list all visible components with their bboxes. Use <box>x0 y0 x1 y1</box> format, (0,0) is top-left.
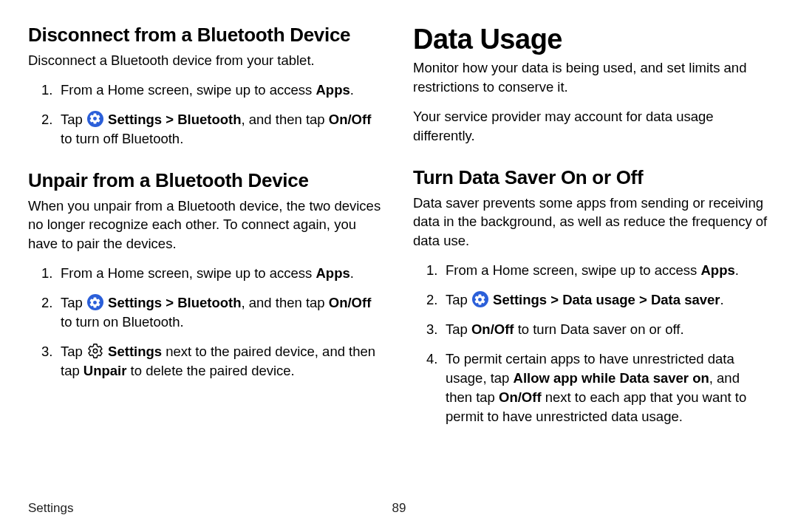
step: 3. Tap On/Off to turn Data saver on or o… <box>413 320 770 339</box>
step-number: 1. <box>41 81 61 100</box>
step-text: Tap On/Off to turn Data saver on or off. <box>446 320 770 339</box>
step-number: 2. <box>41 110 61 149</box>
step: 2. Tap Settings > Bluetooth, and then ta… <box>28 110 385 149</box>
step: 4. To permit certain apps to have unrest… <box>413 349 770 426</box>
intro-data-saver: Data saver prevents some apps from sendi… <box>413 194 770 251</box>
step-text: Tap Settings > Data usage > Data saver. <box>446 290 770 310</box>
step-text: Tap Settings > Bluetooth, and then tap O… <box>61 293 385 332</box>
footer-section-label: Settings <box>28 501 73 516</box>
settings-gear-icon <box>87 294 103 310</box>
intro-data-usage-1: Monitor how your data is being used, and… <box>413 58 770 97</box>
step-text: Tap Settings > Bluetooth, and then tap O… <box>61 110 385 149</box>
step: 3. Tap Settings next to the paired devic… <box>28 342 385 381</box>
step-number: 2. <box>426 290 446 310</box>
heading-data-saver: Turn Data Saver On or Off <box>413 166 770 189</box>
step: 1. From a Home screen, swipe up to acces… <box>413 261 770 280</box>
step: 2. Tap Settings > Bluetooth, and then ta… <box>28 293 385 332</box>
settings-gear-outline-icon <box>87 343 103 359</box>
page-number: 89 <box>392 501 406 516</box>
heading-data-usage: Data Usage <box>413 24 770 55</box>
settings-gear-icon <box>87 111 103 127</box>
step: 1. From a Home screen, swipe up to acces… <box>28 264 385 283</box>
intro-unpair: When you unpair from a Bluetooth device,… <box>28 197 385 254</box>
step-text: From a Home screen, swipe up to access A… <box>61 264 385 283</box>
step-number: 3. <box>41 342 61 381</box>
page-columns: Disconnect from a Bluetooth Device Disco… <box>28 24 770 436</box>
step-text: To permit certain apps to have unrestric… <box>446 349 770 426</box>
heading-disconnect: Disconnect from a Bluetooth Device <box>28 24 385 47</box>
intro-data-usage-2: Your service provider may account for da… <box>413 107 770 146</box>
step: 2. Tap Settings > Data usage > Data save… <box>413 290 770 310</box>
step-number: 1. <box>426 261 446 280</box>
left-column: Disconnect from a Bluetooth Device Disco… <box>28 24 385 436</box>
intro-disconnect: Disconnect a Bluetooth device from your … <box>28 51 385 70</box>
settings-gear-icon <box>472 291 488 307</box>
step-number: 2. <box>41 293 61 332</box>
step-text: From a Home screen, swipe up to access A… <box>446 261 770 280</box>
step-text: Tap Settings next to the paired device, … <box>61 342 385 381</box>
step-text: From a Home screen, swipe up to access A… <box>61 81 385 100</box>
svg-point-0 <box>93 349 98 353</box>
step-number: 4. <box>426 349 446 426</box>
heading-unpair: Unpair from a Bluetooth Device <box>28 169 385 192</box>
step: 1. From a Home screen, swipe up to acces… <box>28 81 385 100</box>
right-column: Data Usage Monitor how your data is bein… <box>413 24 770 436</box>
step-number: 3. <box>426 320 446 339</box>
step-number: 1. <box>41 264 61 283</box>
